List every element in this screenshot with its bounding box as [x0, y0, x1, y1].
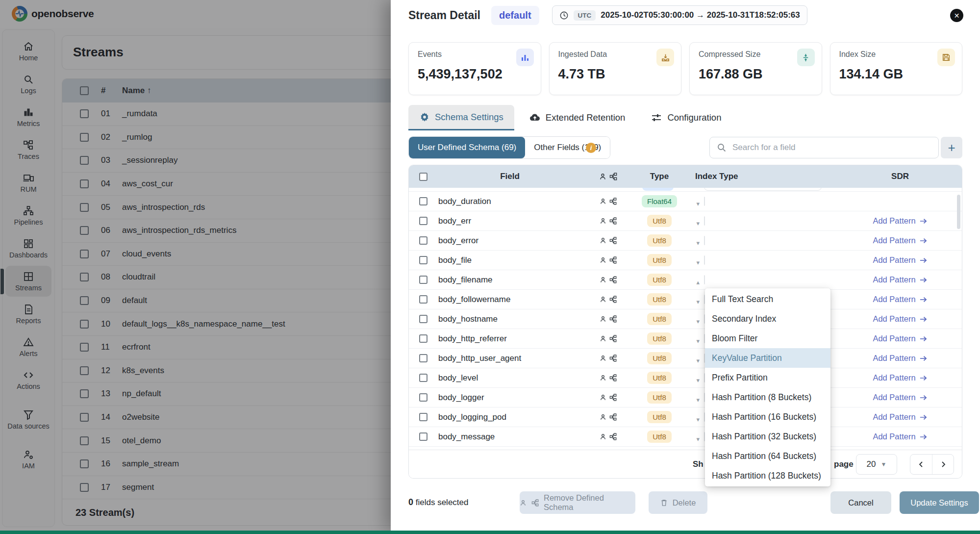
add-pattern-link[interactable]: Add Pattern	[873, 236, 927, 245]
sdr-cell: Add Pattern	[838, 354, 962, 363]
tab-configuration[interactable]: Configuration	[640, 105, 732, 130]
row-checkbox[interactable]	[419, 374, 427, 382]
info-icon[interactable]: i	[586, 143, 596, 153]
dialog-tabs: Schema Settings Extended Retention Confi…	[408, 105, 732, 130]
sdr-cell: Add Pattern	[838, 393, 962, 402]
row-checkbox[interactable]	[419, 295, 427, 304]
index-type-select[interactable]	[704, 197, 705, 206]
user-icon	[600, 413, 606, 421]
modal-overlay[interactable]	[0, 0, 391, 531]
add-pattern-link[interactable]: Add Pattern	[873, 295, 927, 304]
field-icons	[583, 433, 632, 440]
add-pattern-link[interactable]: Add Pattern	[873, 275, 927, 284]
dropdown-option[interactable]: Hash Partition (32 Buckets)	[705, 427, 830, 446]
schema-field-row: body_file Utf8 Add Pattern	[409, 251, 962, 270]
tab-schema-settings[interactable]: Schema Settings	[408, 105, 514, 130]
chevron-down-icon	[696, 337, 700, 345]
select-all-checkbox[interactable]	[419, 173, 427, 181]
bottom-accent-bar	[0, 531, 980, 534]
chevron-down-icon	[696, 298, 700, 305]
schema-table-header: Field Type Index Type SDR	[409, 165, 962, 188]
add-pattern-link[interactable]: Add Pattern	[873, 216, 927, 226]
cancel-button[interactable]: Cancel	[830, 491, 891, 514]
dropdown-option[interactable]: KeyValue Partition	[705, 348, 830, 368]
dropdown-option[interactable]: Hash Partition (64 Buckets)	[705, 446, 830, 466]
update-settings-button[interactable]: Update Settings	[900, 491, 979, 514]
add-pattern-link[interactable]: Add Pattern	[873, 354, 927, 363]
row-checkbox[interactable]	[419, 236, 427, 245]
field-name: body_file	[436, 255, 583, 265]
field-icons	[583, 276, 632, 283]
row-checkbox[interactable]	[419, 354, 427, 362]
download-tray-icon	[656, 49, 674, 66]
compress-icon	[797, 49, 815, 66]
row-checkbox[interactable]	[419, 413, 427, 421]
user-icon	[600, 217, 606, 225]
next-page-button[interactable]	[932, 455, 954, 474]
arrow-right-icon	[919, 237, 928, 244]
schema-tree-icon	[609, 413, 617, 421]
dropdown-option[interactable]: Hash Partition (16 Buckets)	[705, 407, 830, 427]
user-icon	[600, 374, 606, 381]
type-cell: Utf8	[632, 313, 686, 325]
row-checkbox[interactable]	[419, 197, 427, 205]
per-page-select[interactable]: 20 ▼	[856, 454, 897, 475]
field-icons	[583, 237, 632, 244]
dropdown-option[interactable]: Prefix Partition	[705, 368, 830, 387]
add-pattern-link[interactable]: Add Pattern	[873, 334, 927, 343]
index-type-dropdown: Full Text Search Secondary Index Bloom F…	[705, 288, 830, 486]
field-name: body_error	[436, 236, 583, 246]
add-pattern-link[interactable]: Add Pattern	[873, 393, 927, 402]
col-field: Field	[436, 172, 583, 181]
add-pattern-link[interactable]: Add Pattern	[873, 412, 927, 422]
index-type-select[interactable]	[704, 216, 705, 226]
chevron-down-icon	[696, 318, 700, 325]
add-pattern-link[interactable]: Add Pattern	[873, 255, 927, 265]
scrollbar[interactable]	[957, 195, 960, 229]
add-pattern-link[interactable]: Add Pattern	[873, 373, 927, 382]
close-icon[interactable]: ✕	[950, 9, 963, 22]
subtab-user-defined-schema[interactable]: User Defined Schema (69)	[409, 137, 525, 158]
user-icon	[600, 335, 606, 342]
prev-page-button[interactable]	[910, 455, 932, 474]
dropdown-option[interactable]: Full Text Search	[705, 289, 830, 309]
add-pattern-link[interactable]: Add Pattern	[873, 314, 927, 324]
field-search[interactable]	[709, 137, 939, 158]
stat-card-compressed: Compressed Size 167.88 GB	[689, 42, 822, 95]
dropdown-option[interactable]: Secondary Index	[705, 309, 830, 329]
dropdown-option[interactable]: Bloom Filter	[705, 329, 830, 348]
index-type-select[interactable]	[704, 255, 705, 265]
add-pattern-link[interactable]: Add Pattern	[873, 432, 927, 441]
schema-field-row: body_duration Float64 Add Pattern	[409, 192, 962, 211]
row-checkbox[interactable]	[419, 334, 427, 343]
clock-icon	[559, 11, 569, 20]
row-checkbox[interactable]	[419, 276, 427, 284]
remove-defined-schema-button[interactable]: Remove Defined Schema	[520, 491, 635, 514]
row-checkbox[interactable]	[419, 217, 427, 225]
dropdown-option[interactable]: Hash Partition (128 Buckets)	[705, 466, 830, 485]
dropdown-option[interactable]: Hash Partition (8 Buckets)	[705, 387, 830, 407]
time-range-picker[interactable]: UTC 2025-10-02T05:30:00:00 → 2025-10-31T…	[552, 5, 807, 25]
pager-buttons	[910, 454, 954, 475]
search-input[interactable]	[732, 143, 931, 153]
row-checkbox[interactable]	[419, 315, 427, 323]
arrow-right-icon	[919, 218, 928, 225]
type-chip: Utf8	[647, 215, 672, 227]
tab-extended-retention[interactable]: Extended Retention	[518, 105, 636, 130]
delete-button[interactable]: Delete	[649, 491, 707, 514]
row-checkbox[interactable]	[419, 432, 427, 441]
field-icons	[583, 315, 632, 323]
stat-card-index: Index Size 134.14 GB	[830, 42, 963, 95]
index-type-cell	[686, 256, 838, 265]
field-name: body_logging_pod	[436, 412, 583, 422]
index-type-select[interactable]	[704, 236, 705, 245]
add-field-button[interactable]: +	[941, 137, 962, 158]
user-icon	[600, 276, 606, 283]
row-checkbox[interactable]	[419, 256, 427, 264]
field-icons	[583, 394, 632, 401]
index-type-select[interactable]	[704, 275, 705, 284]
subtab-other-fields[interactable]: Other Fields (189)	[525, 137, 610, 158]
dialog-header: Stream Detail default UTC 2025-10-02T05:…	[391, 0, 980, 30]
schema-field-row: body_logging_pod Utf8 Add Pattern	[409, 407, 962, 427]
row-checkbox[interactable]	[419, 393, 427, 402]
